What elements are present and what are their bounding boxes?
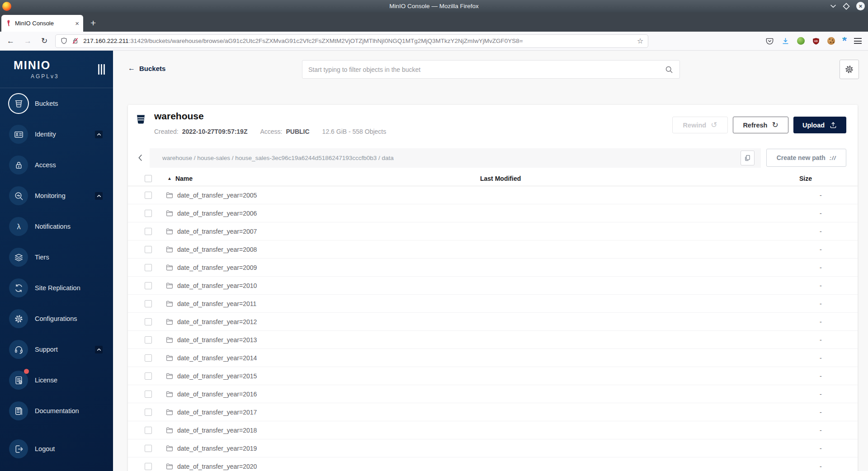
table-row[interactable]: date_of_transfer_year=2016- xyxy=(128,385,858,403)
folder-icon xyxy=(165,209,174,217)
row-checkbox[interactable] xyxy=(145,228,152,235)
bookmark-star-icon[interactable]: ☆ xyxy=(637,37,643,45)
menu-icon[interactable] xyxy=(854,38,862,44)
object-name[interactable]: date_of_transfer_year=2017 xyxy=(177,409,257,416)
new-tab-button[interactable]: + xyxy=(90,18,96,28)
row-checkbox[interactable] xyxy=(145,246,152,253)
select-all-checkbox[interactable] xyxy=(145,175,152,182)
collapse-sidebar-icon[interactable] xyxy=(98,64,105,75)
row-checkbox[interactable] xyxy=(145,372,152,380)
table-row[interactable]: date_of_transfer_year=2015- xyxy=(128,367,858,385)
sidebar-item-configurations[interactable]: Configurations xyxy=(0,303,113,334)
tab-close-icon[interactable]: × xyxy=(75,19,79,27)
object-name[interactable]: date_of_transfer_year=2018 xyxy=(177,427,257,434)
row-checkbox[interactable] xyxy=(145,427,152,434)
url-bar[interactable]: 217.160.222.211:31429/buckets/warehouse/… xyxy=(55,34,648,48)
chevron-up-icon[interactable] xyxy=(95,131,103,138)
copy-path-button[interactable] xyxy=(741,151,755,165)
object-name[interactable]: date_of_transfer_year=2010 xyxy=(177,282,257,289)
close-icon[interactable]: × xyxy=(856,2,865,10)
row-checkbox[interactable] xyxy=(145,409,152,416)
create-new-path-button[interactable]: Create new path :// xyxy=(766,149,846,167)
table-row[interactable]: date_of_transfer_year=2011- xyxy=(128,295,858,313)
insecure-lock-icon[interactable] xyxy=(71,37,79,45)
minimize-icon[interactable] xyxy=(830,4,836,8)
object-name[interactable]: date_of_transfer_year=2020 xyxy=(177,463,257,470)
ublock-origin-icon[interactable]: UO xyxy=(812,37,820,45)
row-checkbox[interactable] xyxy=(145,282,152,289)
sidebar-item-documentation[interactable]: Documentation xyxy=(0,396,113,426)
object-name[interactable]: date_of_transfer_year=2009 xyxy=(177,264,257,271)
row-checkbox[interactable] xyxy=(145,210,152,217)
object-name[interactable]: date_of_transfer_year=2012 xyxy=(177,318,257,325)
object-name[interactable]: date_of_transfer_year=2006 xyxy=(177,210,257,217)
cookie-extension-icon[interactable] xyxy=(827,37,835,45)
row-checkbox[interactable] xyxy=(145,318,152,325)
table-row[interactable]: date_of_transfer_year=2014- xyxy=(128,349,858,367)
table-row[interactable]: date_of_transfer_year=2018- xyxy=(128,421,858,439)
back-to-buckets-link[interactable]: ← Buckets xyxy=(128,64,165,72)
back-icon[interactable]: ← xyxy=(7,37,14,45)
row-checkbox[interactable] xyxy=(145,463,152,470)
sidebar-item-site-replication[interactable]: Site Replication xyxy=(0,273,113,303)
reload-icon[interactable]: ↻ xyxy=(41,37,47,45)
row-checkbox[interactable] xyxy=(145,264,152,271)
chevron-up-icon[interactable] xyxy=(95,192,103,200)
download-icon[interactable] xyxy=(781,37,790,45)
name-column-header[interactable]: ▲ Name xyxy=(152,175,480,182)
sidebar-item-access[interactable]: Access xyxy=(0,150,113,180)
sidebar-item-logout[interactable]: Logout xyxy=(0,433,113,464)
rewind-button[interactable]: Rewind ↺ xyxy=(672,117,728,133)
table-row[interactable]: date_of_transfer_year=2013- xyxy=(128,331,858,349)
object-name[interactable]: date_of_transfer_year=2007 xyxy=(177,228,257,235)
forward-icon[interactable]: → xyxy=(24,37,32,45)
table-row[interactable]: date_of_transfer_year=2005- xyxy=(128,186,858,204)
sidebar-item-tiers[interactable]: Tiers xyxy=(0,242,113,273)
privacy-extension-icon[interactable] xyxy=(797,37,805,45)
object-name[interactable]: date_of_transfer_year=2005 xyxy=(177,192,257,199)
sidebar-item-label: Documentation xyxy=(35,407,79,414)
sidebar-item-buckets[interactable]: Buckets xyxy=(0,88,113,119)
size-column-header[interactable]: Size xyxy=(799,175,858,182)
table-row[interactable]: date_of_transfer_year=2012- xyxy=(128,313,858,331)
chevron-up-icon[interactable] xyxy=(95,346,103,353)
shield-icon[interactable] xyxy=(60,37,68,45)
maximize-icon[interactable] xyxy=(843,3,850,10)
table-row[interactable]: date_of_transfer_year=2007- xyxy=(128,222,858,240)
object-name[interactable]: date_of_transfer_year=2015 xyxy=(177,372,257,380)
sidebar-item-notifications[interactable]: λNotifications xyxy=(0,211,113,242)
object-size: - xyxy=(799,210,858,217)
sidebar-item-license[interactable]: License xyxy=(0,365,113,396)
table-row[interactable]: date_of_transfer_year=2008- xyxy=(128,240,858,259)
table-row[interactable]: date_of_transfer_year=2006- xyxy=(128,204,858,222)
row-checkbox[interactable] xyxy=(145,192,152,199)
settings-button[interactable] xyxy=(840,60,859,79)
object-name[interactable]: date_of_transfer_year=2011 xyxy=(177,300,256,307)
object-name[interactable]: date_of_transfer_year=2016 xyxy=(177,391,257,398)
table-row[interactable]: date_of_transfer_year=2020- xyxy=(128,457,858,471)
table-row[interactable]: date_of_transfer_year=2017- xyxy=(128,403,858,421)
tab-minio-console[interactable]: MinIO Console × xyxy=(1,15,83,32)
refresh-button[interactable]: Refresh ↻ xyxy=(733,117,788,133)
sidebar-item-identity[interactable]: Identity xyxy=(0,119,113,150)
object-name[interactable]: date_of_transfer_year=2008 xyxy=(177,246,257,253)
row-checkbox[interactable] xyxy=(145,336,152,344)
table-row[interactable]: date_of_transfer_year=2010- xyxy=(128,277,858,295)
filter-objects-input[interactable] xyxy=(308,66,665,73)
path-back-button[interactable] xyxy=(136,149,147,167)
sidebar-item-support[interactable]: Support xyxy=(0,334,113,365)
object-name[interactable]: date_of_transfer_year=2014 xyxy=(177,354,257,362)
object-name[interactable]: date_of_transfer_year=2013 xyxy=(177,336,257,344)
table-row[interactable]: date_of_transfer_year=2019- xyxy=(128,439,858,457)
containers-extension-icon[interactable]: * xyxy=(842,37,847,45)
sidebar-item-monitoring[interactable]: Monitoring xyxy=(0,180,113,211)
upload-button[interactable]: Upload xyxy=(793,117,846,133)
object-name[interactable]: date_of_transfer_year=2019 xyxy=(177,445,257,452)
pocket-icon[interactable] xyxy=(765,37,774,45)
row-checkbox[interactable] xyxy=(145,391,152,398)
row-checkbox[interactable] xyxy=(145,354,152,362)
row-checkbox[interactable] xyxy=(145,445,152,452)
modified-column-header[interactable]: Last Modified xyxy=(480,175,799,182)
table-row[interactable]: date_of_transfer_year=2009- xyxy=(128,259,858,277)
row-checkbox[interactable] xyxy=(145,300,152,307)
